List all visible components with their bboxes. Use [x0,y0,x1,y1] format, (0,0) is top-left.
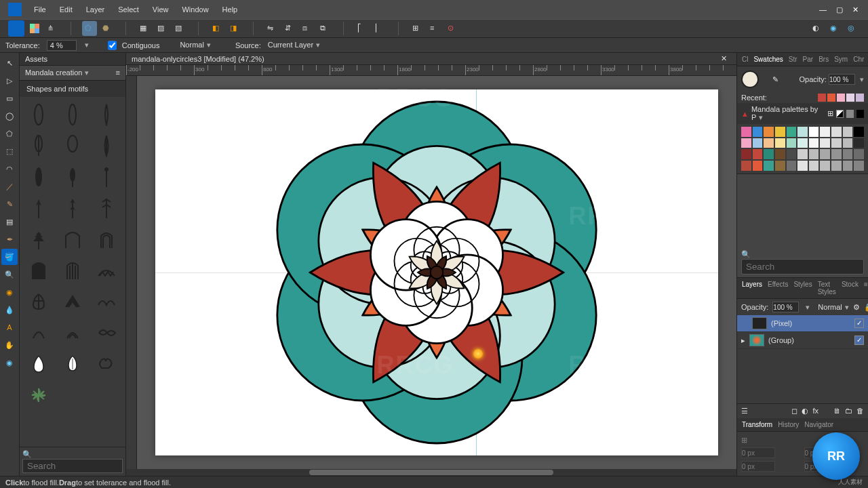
asset-shape[interactable] [92,163,121,190]
palette-swatch[interactable] [741,127,751,137]
grid-icon[interactable] [27,21,42,36]
opacity-input[interactable] [829,74,855,85]
tab-brushes[interactable]: Brs [816,55,831,64]
palette-swatch[interactable] [797,149,808,159]
menu-help[interactable]: Help [216,0,245,19]
pan-tool[interactable]: ✋ [1,337,18,353]
palette-swatch[interactable] [809,127,819,137]
recent-swatch[interactable] [856,94,864,102]
palette-swatch[interactable] [854,127,864,137]
tab-symbols[interactable]: Sym [832,55,850,64]
adjustment-icon[interactable]: ◐ [802,407,808,415]
palette-swatch[interactable] [775,138,785,148]
align-icon-1[interactable]: ⧈ [300,21,315,36]
dropper-tool[interactable]: 💧 [1,302,18,318]
shape-alt-icon[interactable]: ⬣ [100,21,115,36]
palette-swatch[interactable] [831,149,842,159]
asset-shape[interactable] [92,101,121,128]
palette-swatch[interactable] [741,149,751,159]
transform-y-input[interactable] [741,461,775,472]
layer-gear-icon[interactable]: ⚙ [853,303,860,312]
ellipse-tool[interactable]: ◯ [1,108,18,124]
layer-visible-checkbox[interactable] [854,319,864,328]
text-tool[interactable]: A [1,319,18,336]
menu-window[interactable]: Window [175,0,215,19]
close-button[interactable]: ✕ [852,5,859,14]
tab-swatches[interactable]: Swatches [751,55,785,64]
view-tool[interactable]: ◉ [1,354,18,371]
fx-icon[interactable]: fx [812,407,818,415]
snap-icon-3[interactable]: ▧ [172,21,187,36]
layer-blend-icon[interactable]: ☰ [741,407,748,415]
palette-swatch[interactable] [831,127,842,137]
polygon-tool[interactable]: ⬠ [1,125,18,142]
asset-shape[interactable] [58,163,87,190]
layers-menu-icon[interactable]: ≡ [862,280,868,296]
palette-swatch[interactable] [854,138,864,148]
flip-v-icon[interactable]: ⇵ [282,21,297,36]
tab-history[interactable]: History [776,420,801,429]
document-close-icon[interactable]: ✕ [717,54,731,63]
arrange-icon-1[interactable]: ◧ [210,21,224,36]
asset-shape[interactable] [92,350,121,378]
layer-blend-dropdown[interactable]: Normal [818,303,848,312]
add-layer-icon[interactable]: 🗎 [833,407,841,415]
palette-swatch[interactable] [753,138,763,148]
layer-visible-checkbox[interactable] [854,336,864,345]
palette-swatch[interactable] [787,138,797,148]
palette-options-icon[interactable]: ⊞ [827,109,833,118]
asset-shape[interactable] [24,319,54,346]
view-mode-3-icon[interactable]: ◎ [845,21,860,36]
recent-swatch[interactable] [837,94,845,102]
tab-color[interactable]: Cl [740,55,750,64]
asset-shape[interactable] [58,226,87,253]
blend-dropdown[interactable]: Normal [180,41,210,49]
palette-swatch[interactable] [787,161,797,171]
palette-swatch[interactable] [843,127,853,137]
document-tab[interactable]: mandala-onlycircles3 [Modified] (47.2%) … [126,53,736,65]
contiguous-checkbox[interactable] [108,40,117,51]
palette-swatch[interactable] [797,138,808,148]
grey-swatch[interactable] [846,110,854,118]
palette-swatch[interactable] [820,138,830,148]
asset-shape[interactable] [24,382,54,409]
palette-swatch[interactable] [741,161,751,171]
maximize-button[interactable]: ▢ [836,5,843,14]
recent-swatch[interactable] [827,94,835,102]
tab-stroke[interactable]: Str [787,55,800,64]
canvas[interactable]: RRCG RRCG RRCG RRCG RRCG RRCG [137,76,736,469]
magnet-icon[interactable]: ⊙ [445,21,460,36]
palette-swatch[interactable] [831,138,842,148]
pen-tool[interactable]: ✒ [1,231,18,247]
brush-tool[interactable]: ／ [1,178,18,195]
assets-tab[interactable]: Assets [20,53,125,66]
menu-select[interactable]: Select [111,0,146,19]
asset-shape[interactable] [92,132,121,159]
tab-layers[interactable]: Layers [740,280,764,296]
assets-category-dropdown[interactable]: Mandala creation [25,68,89,77]
tolerance-dropdown[interactable] [82,41,89,49]
recent-swatch[interactable] [846,94,854,102]
mask-icon[interactable]: ◻ [791,407,797,415]
tab-text-styles[interactable]: Text Styles [816,280,838,296]
none-swatch[interactable] [836,110,844,118]
flood-fill-tool[interactable]: 🪣 [1,249,18,265]
asset-shape[interactable] [58,350,87,378]
asset-shape[interactable] [58,132,87,159]
layer-lock-icon[interactable]: 🔒 [864,303,868,312]
palette-swatch[interactable] [764,127,774,137]
menu-layer[interactable]: Layer [79,0,112,19]
guides-icon[interactable]: ≡ [427,21,442,36]
snap-icon-1[interactable]: ▦ [137,21,152,36]
palette-swatch[interactable] [787,127,797,137]
asset-shape[interactable] [24,257,54,284]
grid-toggle-icon[interactable]: ⊞ [410,21,425,36]
share-icon[interactable]: ⋔ [45,21,60,36]
palette-swatch[interactable] [753,149,763,159]
snap-icon-2[interactable]: ▨ [155,21,170,36]
zoom-tool[interactable]: 🔍 [1,266,18,283]
palette-swatch[interactable] [764,138,774,148]
asset-shape[interactable] [58,195,87,222]
palette-swatch[interactable] [764,161,774,171]
layer-opacity-dropdown[interactable] [803,303,810,312]
